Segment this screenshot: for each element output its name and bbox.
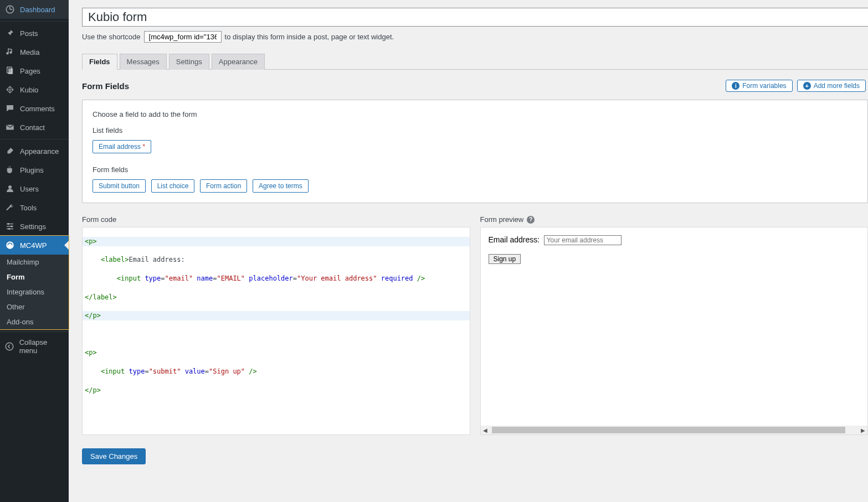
chip-label: Email address — [99, 143, 141, 151]
main-content: Use the shortcode to display this form i… — [69, 8, 868, 478]
brush-icon — [4, 146, 16, 157]
tab-settings[interactable]: Settings — [169, 54, 209, 70]
section-title: Form Fields — [82, 81, 129, 91]
button-label: Add more fields — [814, 82, 860, 90]
shortcode-pre-text: Use the shortcode — [82, 33, 141, 41]
media-icon — [4, 46, 16, 58]
sidebar-item-users[interactable]: Users — [0, 179, 69, 198]
sidebar-item-label: Media — [20, 48, 39, 56]
sidebar-item-label: Appearance — [20, 147, 59, 156]
sidebar-item-tools[interactable]: Tools — [0, 198, 69, 217]
save-changes-button[interactable]: Save Changes — [82, 448, 146, 464]
form-variables-button[interactable]: i Form variables — [726, 80, 792, 92]
comments-icon — [4, 103, 16, 114]
tab-appearance[interactable]: Appearance — [212, 54, 265, 70]
sidebar-item-appearance[interactable]: Appearance — [0, 142, 69, 161]
dashboard-icon — [4, 4, 16, 15]
shortcode-post-text: to display this form inside a post, page… — [225, 33, 394, 41]
sidebar-item-mc4wp[interactable]: MC4WP — [0, 236, 69, 255]
add-more-fields-button[interactable]: + Add more fields — [797, 80, 866, 92]
scrollbar-right-icon[interactable]: ▶ — [859, 426, 867, 434]
info-icon: i — [732, 82, 739, 90]
active-arrow-icon — [64, 241, 69, 250]
pin-icon — [4, 28, 16, 39]
sidebar-item-kubio[interactable]: Kubio — [0, 80, 69, 99]
sidebar-item-contact[interactable]: Contact — [0, 118, 69, 137]
svg-point-8 — [6, 241, 14, 249]
collapse-icon — [4, 341, 15, 352]
sidebar-item-posts[interactable]: Posts — [0, 24, 69, 43]
mail-icon — [4, 122, 16, 133]
field-chip-list-choice[interactable]: List choice — [151, 179, 195, 193]
sidebar-item-label: Users — [20, 185, 39, 193]
required-indicator: * — [142, 143, 145, 151]
sidebar-submenu-mc4wp: Mailchimp Form Integrations Other Add-on… — [0, 255, 69, 329]
sidebar-collapse[interactable]: Collapse menu — [0, 334, 69, 359]
preview-email-label: Email address: — [489, 235, 540, 244]
sidebar-subitem-integrations[interactable]: Integrations — [0, 284, 69, 299]
plus-icon: + — [803, 82, 811, 90]
sidebar-item-label: Contact — [20, 123, 45, 132]
form-code-editor[interactable]: <p> <label>Email address: <input type="e… — [82, 227, 470, 435]
sidebar-subitem-mailchimp[interactable]: Mailchimp — [0, 255, 69, 270]
field-chip-submit[interactable]: Submit button — [93, 179, 146, 193]
button-label: Form variables — [742, 82, 786, 90]
tab-fields[interactable]: Fields — [82, 54, 117, 70]
admin-sidebar: Dashboard Posts Media Pages Kubio Commen… — [0, 0, 69, 478]
sidebar-subitem-form[interactable]: Form — [0, 270, 69, 284]
mc4wp-icon — [4, 240, 16, 251]
tab-messages[interactable]: Messages — [120, 54, 167, 70]
users-icon — [4, 183, 16, 194]
form-code-label: Form code — [82, 215, 470, 224]
sidebar-item-label: MC4WP — [20, 241, 47, 250]
pages-icon — [4, 65, 16, 76]
svg-point-5 — [8, 223, 9, 225]
sidebar-item-pages[interactable]: Pages — [0, 61, 69, 80]
svg-rect-2 — [8, 69, 13, 75]
sliders-icon — [4, 221, 16, 232]
form-preview-panel: Email address: Sign up ◀ ▶ — [480, 227, 869, 435]
sidebar-subitem-addons[interactable]: Add-ons — [0, 314, 69, 329]
field-chooser-panel: Choose a field to add to the form List f… — [82, 100, 868, 203]
tabs-nav: Fields Messages Settings Appearance — [82, 54, 868, 70]
svg-point-9 — [6, 343, 14, 350]
sidebar-item-label: Pages — [20, 67, 40, 75]
preview-email-input[interactable] — [544, 235, 622, 245]
scrollbar-thumb[interactable] — [492, 427, 846, 433]
svg-point-7 — [8, 228, 10, 230]
panel-choose-label: Choose a field to add to the form — [93, 110, 857, 118]
sidebar-item-dashboard[interactable]: Dashboard — [0, 0, 69, 19]
field-chip-agree[interactable]: Agree to terms — [253, 179, 309, 193]
svg-point-4 — [8, 185, 12, 189]
sidebar-item-label: Kubio — [20, 86, 38, 94]
sidebar-item-media[interactable]: Media — [0, 43, 69, 61]
sidebar-item-label: Plugins — [20, 166, 44, 174]
preview-submit-button[interactable]: Sign up — [489, 254, 521, 264]
sidebar-item-label: Comments — [20, 105, 55, 113]
field-chip-email[interactable]: Email address * — [93, 140, 151, 153]
sidebar-item-settings[interactable]: Settings — [0, 217, 69, 236]
help-icon[interactable]: ? — [527, 216, 535, 224]
sidebar-item-label: Dashboard — [20, 6, 55, 14]
svg-point-6 — [11, 226, 13, 227]
sidebar-item-plugins[interactable]: Plugins — [0, 161, 69, 179]
list-fields-label: List fields — [93, 126, 857, 134]
scrollbar-left-icon[interactable]: ◀ — [481, 426, 490, 434]
form-title-input[interactable] — [82, 8, 868, 27]
form-preview-label: Form preview — [480, 215, 524, 224]
sidebar-item-label: Settings — [20, 222, 46, 231]
wrench-icon — [4, 202, 16, 213]
preview-scrollbar-horizontal[interactable]: ◀ — [481, 426, 859, 434]
sidebar-item-label: Posts — [20, 29, 38, 38]
sidebar-item-comments[interactable]: Comments — [0, 99, 69, 118]
form-fields-label: Form fields — [93, 165, 857, 174]
field-chip-form-action[interactable]: Form action — [200, 179, 247, 193]
kubio-icon — [4, 84, 16, 95]
plugin-icon — [4, 164, 16, 175]
sidebar-subitem-other[interactable]: Other — [0, 299, 69, 314]
sidebar-item-label: Collapse menu — [19, 338, 64, 355]
sidebar-item-label: Tools — [20, 204, 37, 212]
shortcode-input[interactable] — [144, 31, 222, 43]
